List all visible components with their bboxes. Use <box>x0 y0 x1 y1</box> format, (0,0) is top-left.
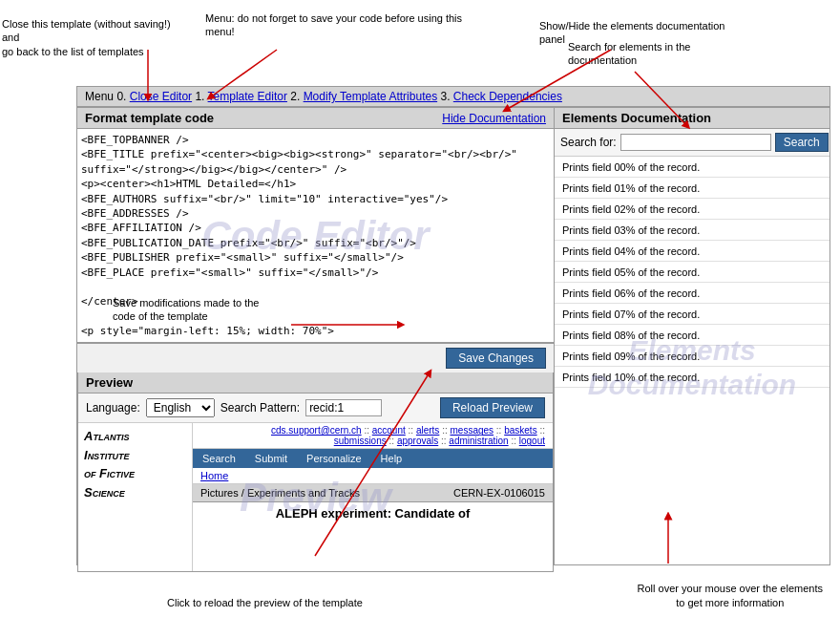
language-label: Language: <box>86 401 140 415</box>
preview-nav: Search Submit Personalize Help <box>193 449 553 468</box>
element-item[interactable]: Prints field 05% of the record. <box>555 262 830 283</box>
check-dependencies-link[interactable]: Check Dependencies <box>453 90 562 103</box>
preview-breadcrumb: Pictures / Experiments and Tracks CERN-E… <box>193 484 553 502</box>
reload-preview-button[interactable]: Reload Preview <box>440 397 545 418</box>
element-item[interactable]: Prints field 10% of the record. <box>555 367 830 388</box>
search-bar: Search for: Search <box>555 129 830 157</box>
two-col-layout: Format template code Hide Documentation … <box>76 107 830 565</box>
template-editor-link[interactable]: Template Editor <box>208 90 287 103</box>
nav-submit[interactable]: Submit <box>245 451 297 466</box>
format-template-title: Format template code <box>85 111 214 125</box>
search-button[interactable]: Search <box>775 133 829 152</box>
home-link[interactable]: Home <box>200 470 228 481</box>
annotation-rollover: Roll over your mouse over the elementsto… <box>638 582 823 609</box>
element-item[interactable]: Prints field 02% of the record. <box>555 199 830 220</box>
menu-sep-1: 1. <box>195 90 207 103</box>
search-pattern-label: Search Pattern: <box>220 401 300 415</box>
messages-link[interactable]: messages <box>450 425 494 436</box>
element-desc: Prints field 04% of the record. <box>562 245 700 257</box>
save-changes-button[interactable]: Save Changes <box>446 348 546 369</box>
element-desc: Prints field 07% of the record. <box>562 308 700 320</box>
element-desc: Prints field 10% of the record. <box>562 372 700 383</box>
menu-sep-3: 3. <box>440 90 452 103</box>
preview-content: Preview Atlantis Institute of Fictive Sc… <box>78 423 553 571</box>
annotation-reload: Click to reload the preview of the templ… <box>167 596 363 609</box>
preview-section: Preview Language: English French German … <box>77 372 554 572</box>
alerts-link[interactable]: alerts <box>416 425 439 436</box>
search-for-input[interactable] <box>620 134 771 151</box>
logout-link[interactable]: logout <box>519 436 545 446</box>
save-changes-bar: Save Changes <box>77 343 554 372</box>
element-desc: Prints field 00% of the record. <box>562 161 700 173</box>
elements-container: Prints field 00% of the record.Prints fi… <box>555 157 830 388</box>
element-item[interactable]: Prints field 03% of the record. <box>555 220 830 241</box>
element-desc: Prints field 01% of the record. <box>562 182 700 194</box>
element-item[interactable]: Prints field 04% of the record. <box>555 241 830 262</box>
close-editor-link[interactable]: Close Editor <box>130 90 192 103</box>
left-panel-header: Format template code Hide Documentation <box>77 108 554 129</box>
element-item[interactable]: Prints field 01% of the record. <box>555 178 830 199</box>
nav-personalize[interactable]: Personalize <box>297 451 370 466</box>
baskets-link[interactable]: baskets <box>504 425 536 436</box>
preview-article-title: ALEPH experiment: Candidate of <box>193 502 553 524</box>
breadcrumb-right: CERN-EX-0106015 <box>453 487 545 499</box>
preview-controls: Language: English French German Search P… <box>78 394 553 423</box>
submissions-link[interactable]: submissions <box>334 436 387 446</box>
search-pattern-input[interactable] <box>305 399 382 416</box>
language-select[interactable]: English French German <box>146 398 215 417</box>
account-link[interactable]: account <box>372 425 406 436</box>
element-desc: Prints field 09% of the record. <box>562 351 700 362</box>
menu-label: Menu <box>85 90 114 103</box>
nav-search[interactable]: Search <box>193 451 245 466</box>
element-item[interactable]: Prints field 06% of the record. <box>555 283 830 304</box>
menu-sep-2: 2. <box>290 90 303 103</box>
element-desc: Prints field 05% of the record. <box>562 266 700 278</box>
menu-bar: Menu 0. Close Editor 1. Template Editor … <box>76 86 830 107</box>
element-desc: Prints field 02% of the record. <box>562 203 700 215</box>
element-item[interactable]: Prints field 00% of the record. <box>555 157 830 178</box>
nav-help[interactable]: Help <box>371 451 412 466</box>
cds-support-link[interactable]: cds.support@cern.ch <box>271 425 362 436</box>
annotation-show-hide: Show/Hide the elements documentation pan… <box>539 19 730 47</box>
search-for-label: Search for: <box>560 136 617 149</box>
annotation-search-elements: Search for elements in the documentation <box>568 40 759 68</box>
element-desc: Prints field 03% of the record. <box>562 224 700 236</box>
administration-link[interactable]: administration <box>449 436 508 446</box>
left-panel: Format template code Hide Documentation … <box>76 107 554 565</box>
right-panel: Elements Documentation Search for: Searc… <box>554 107 830 565</box>
breadcrumb-left: Pictures / Experiments and Tracks <box>200 487 360 499</box>
institute-name: Atlantis Institute of Fictive Science <box>78 423 193 571</box>
preview-header: Preview <box>78 372 553 394</box>
annotation-menu: Menu: do not forget to save your code be… <box>205 11 463 39</box>
code-editor-area[interactable]: <BFE_TOPBANNER /> <BFE_TITLE prefix="<ce… <box>77 129 554 343</box>
element-desc: Prints field 08% of the record. <box>562 330 700 341</box>
element-item[interactable]: Prints field 07% of the record. <box>555 304 830 325</box>
main-content: Menu 0. Close Editor 1. Template Editor … <box>76 86 830 564</box>
element-desc: Prints field 06% of the record. <box>562 287 700 299</box>
element-item[interactable]: Prints field 09% of the record. <box>555 346 830 367</box>
elements-list[interactable]: ElementsDocumentation Prints field 00% o… <box>555 157 830 564</box>
preview-topbar: cds.support@cern.ch :: account :: alerts… <box>193 423 553 449</box>
element-item[interactable]: Prints field 08% of the record. <box>555 325 830 346</box>
modify-template-link[interactable]: Modify Template Attributes <box>304 90 438 103</box>
annotation-close-editor: Close this template (without saving!) an… <box>2 17 183 58</box>
hide-documentation-link[interactable]: Hide Documentation <box>442 112 546 125</box>
elements-doc-header: Elements Documentation <box>555 108 830 129</box>
preview-home: Home <box>193 468 553 484</box>
menu-item-0: 0. <box>116 90 129 103</box>
approvals-link[interactable]: approvals <box>397 436 438 446</box>
